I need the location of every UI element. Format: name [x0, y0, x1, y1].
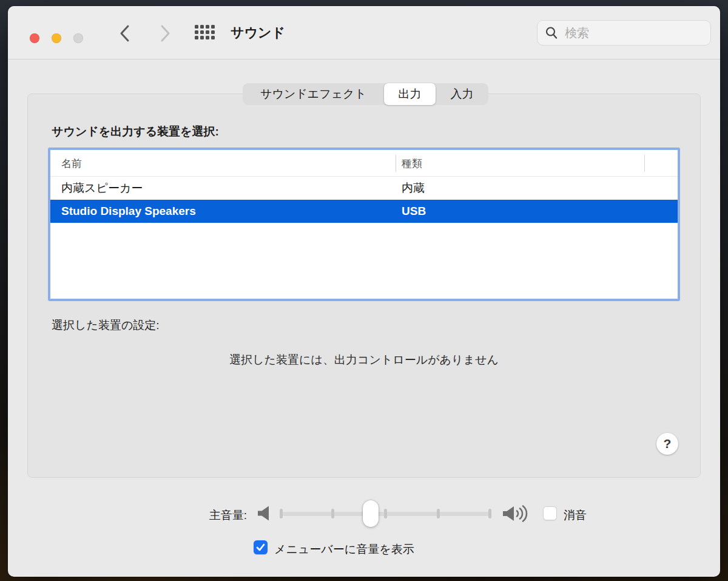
- window-title: サウンド: [231, 24, 285, 42]
- help-button[interactable]: ?: [656, 433, 678, 455]
- device-name-cell: Studio Display Speakers: [61, 205, 196, 218]
- show-all-button[interactable]: [195, 25, 215, 40]
- device-table-focus-ring: 名前 種類 内蔵スピーカー 内蔵 Studio Display Speakers…: [48, 148, 680, 301]
- tab-sound-effects[interactable]: サウンドエフェクト: [243, 83, 384, 105]
- sound-preferences-window: サウンド サウンドエフェクト 出力 入力 サウンドを出力する装置を選択: 名前: [8, 6, 720, 577]
- device-settings-label: 選択した装置の設定:: [52, 318, 160, 333]
- title-bar: サウンド: [8, 6, 720, 59]
- checkmark-icon: [256, 543, 265, 551]
- minimize-button[interactable]: [52, 33, 61, 43]
- volume-slider-handle[interactable]: [363, 500, 379, 527]
- show-volume-in-menubar-checkbox[interactable]: [254, 540, 268, 554]
- device-type-cell: 内蔵: [402, 180, 425, 196]
- device-table: 名前 種類 内蔵スピーカー 内蔵 Studio Display Speakers…: [50, 150, 678, 299]
- search-input[interactable]: [564, 25, 720, 41]
- table-header-row: 名前 種類: [50, 150, 678, 177]
- no-output-controls-message: 選択した装置には、出力コントロールがありません: [27, 352, 701, 368]
- slider-tick: [384, 509, 387, 518]
- device-name-cell: 内蔵スピーカー: [61, 180, 143, 196]
- desktop-background: サウンド サウンドエフェクト 出力 入力 サウンドを出力する装置を選択: 名前: [0, 0, 728, 581]
- table-row-studio-display-speakers[interactable]: Studio Display Speakers USB: [50, 200, 678, 223]
- slider-tick: [280, 509, 283, 518]
- slider-tick: [488, 509, 491, 518]
- mute-label: 消音: [564, 508, 587, 523]
- search-icon: [545, 26, 558, 39]
- tab-bar: サウンドエフェクト 出力 入力: [243, 83, 488, 105]
- device-type-cell: USB: [402, 205, 426, 218]
- column-header-name: 名前: [61, 156, 82, 170]
- zoom-button[interactable]: [73, 33, 83, 43]
- column-divider: [396, 155, 396, 172]
- tab-input[interactable]: 入力: [436, 83, 488, 105]
- forward-button[interactable]: [157, 24, 173, 42]
- table-row-internal-speakers[interactable]: 内蔵スピーカー 内蔵: [50, 177, 678, 200]
- master-volume-label: 主音量:: [202, 508, 247, 523]
- column-divider: [644, 155, 645, 172]
- mute-checkbox[interactable]: [543, 506, 557, 520]
- tab-output[interactable]: 出力: [384, 83, 436, 105]
- search-field[interactable]: [537, 20, 711, 46]
- select-device-label: サウンドを出力する装置を選択:: [52, 124, 219, 140]
- slider-tick: [331, 509, 334, 518]
- show-volume-in-menubar-label: メニューバーに音量を表示: [274, 542, 414, 557]
- volume-low-icon: [257, 505, 271, 522]
- volume-high-icon: [502, 505, 534, 523]
- close-button[interactable]: [30, 33, 39, 43]
- column-header-type: 種類: [402, 156, 422, 170]
- slider-tick: [437, 509, 440, 518]
- volume-slider[interactable]: [280, 500, 491, 527]
- back-button[interactable]: [117, 24, 133, 42]
